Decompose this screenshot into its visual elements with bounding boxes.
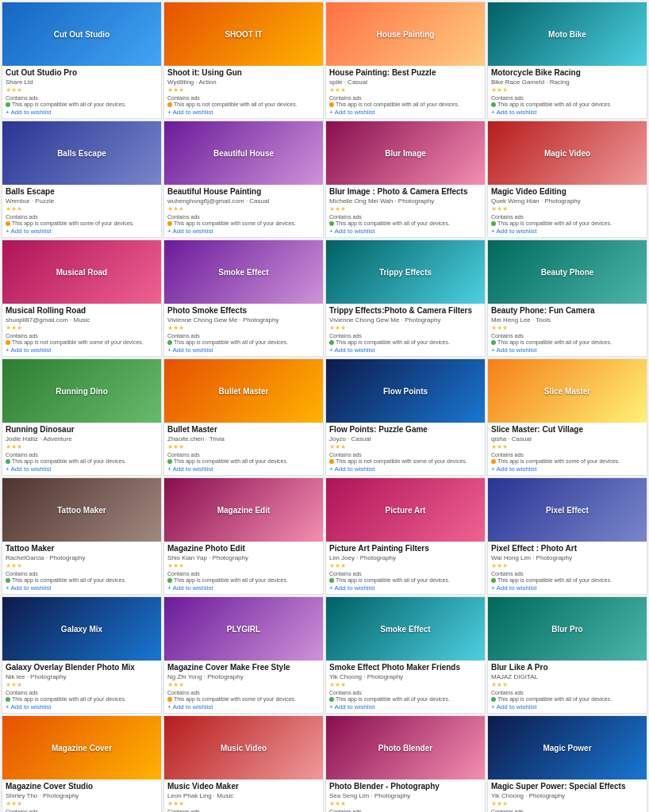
app-thumbnail[interactable]: Beautiful House bbox=[164, 121, 323, 185]
app-info: Musical Rolling Roadshuopll87@gmail.com … bbox=[2, 304, 161, 356]
app-card: Running DinoRunning DinosaurJodie Halliz… bbox=[2, 358, 162, 476]
app-thumbnail[interactable]: Magazine Cover bbox=[2, 716, 161, 779]
compat-dot bbox=[491, 697, 496, 702]
app-developer: Jodie Halliz · Adventure bbox=[6, 435, 158, 442]
contains-ads-badge: Contains ads bbox=[329, 690, 482, 695]
add-wishlist-button[interactable]: + Add to wishlist bbox=[329, 347, 482, 354]
app-card: SHOOT ITShoot it: Using GunWyd8ting · Ac… bbox=[163, 2, 324, 119]
add-wishlist-button[interactable]: + Add to wishlist bbox=[491, 465, 643, 473]
app-info: Trippy Effects:Photo & Camera FiltersViv… bbox=[326, 304, 485, 356]
contains-ads-badge: Contains ads bbox=[491, 809, 643, 812]
app-thumbnail[interactable]: Musical Road bbox=[2, 240, 161, 304]
rating-row: ★★★ bbox=[491, 443, 643, 450]
app-card: Balls EscapeBalls EscapeWrenbur · Puzzle… bbox=[2, 121, 162, 238]
app-title: Balls Escape bbox=[6, 187, 158, 197]
app-thumbnail[interactable]: Trippy Effects bbox=[326, 240, 485, 304]
star-icon: ★★★ bbox=[167, 800, 184, 807]
app-grid: Cut Out StudioCut Out Studio ProShare Lt… bbox=[0, 0, 649, 812]
app-card: Blur ProBlur Like A ProMAJAZ DIGITAL★★★C… bbox=[487, 596, 647, 714]
compatibility-text: This app is compatible with some of your… bbox=[167, 696, 320, 702]
app-developer: Joyzo · Casual bbox=[329, 435, 482, 442]
app-thumbnail[interactable]: Smoke Effect bbox=[326, 597, 485, 661]
app-thumbnail[interactable]: Magazine Edit bbox=[164, 478, 323, 542]
app-info: Blur Image : Photo & Camera EffectsMiche… bbox=[326, 185, 485, 237]
rating-row: ★★★ bbox=[167, 562, 320, 569]
contains-ads-badge: Contains ads bbox=[329, 214, 482, 220]
app-thumbnail[interactable]: Music Video bbox=[164, 716, 323, 779]
add-wishlist-button[interactable]: + Add to wishlist bbox=[6, 347, 158, 354]
app-developer: Share Ltd bbox=[6, 79, 158, 86]
app-thumbnail[interactable]: Moto Bike bbox=[488, 2, 647, 66]
add-wishlist-button[interactable]: + Add to wishlist bbox=[329, 584, 482, 592]
compatibility-text: This app is not compatible with some of … bbox=[329, 458, 482, 464]
app-info: Music Video MakerLeon Phak Ling · Music★… bbox=[164, 779, 323, 812]
compat-description: This app is compatible with all of your … bbox=[174, 577, 288, 583]
add-wishlist-button[interactable]: + Add to wishlist bbox=[167, 228, 320, 235]
add-wishlist-button[interactable]: + Add to wishlist bbox=[167, 347, 320, 354]
add-wishlist-button[interactable]: + Add to wishlist bbox=[329, 228, 482, 235]
app-info: Magic Video EditingQuek Weng Hian · Phot… bbox=[488, 185, 647, 237]
star-icon: ★★★ bbox=[491, 562, 508, 569]
compat-dot bbox=[491, 340, 496, 345]
app-thumbnail[interactable]: House Painting bbox=[326, 2, 485, 66]
add-wishlist-button[interactable]: + Add to wishlist bbox=[491, 584, 643, 592]
app-thumbnail[interactable]: Magic Power bbox=[488, 716, 647, 779]
app-thumbnail[interactable]: Bullet Master bbox=[164, 359, 323, 423]
app-thumbnail[interactable]: PLYGIRL bbox=[164, 597, 323, 661]
app-thumbnail[interactable]: Slice Master bbox=[488, 359, 647, 423]
contains-ads-badge: Contains ads bbox=[167, 571, 320, 576]
app-developer: Bike Race GameId · Racing bbox=[491, 79, 643, 86]
compat-description: This app is not compatible with some of … bbox=[12, 339, 144, 345]
app-card: Magazine CoverMagazine Cover StudioShirl… bbox=[2, 715, 162, 812]
app-info: Magazine Cover StudioShirley Tho · Photo… bbox=[2, 779, 161, 812]
add-wishlist-button[interactable]: + Add to wishlist bbox=[6, 703, 158, 710]
app-card: Photo BlenderPhoto Blender - Photography… bbox=[325, 715, 486, 812]
app-thumbnail[interactable]: Running Dino bbox=[2, 359, 161, 423]
app-thumbnail[interactable]: Smoke Effect bbox=[164, 240, 323, 304]
app-thumbnail[interactable]: SHOOT IT bbox=[164, 2, 323, 66]
compat-description: This app is not compatible with all of y… bbox=[174, 102, 298, 107]
star-icon: ★★★ bbox=[491, 800, 508, 807]
app-thumbnail[interactable]: Flow Points bbox=[326, 359, 485, 423]
app-thumbnail[interactable]: Pixel Effect bbox=[488, 478, 647, 542]
app-thumbnail[interactable]: Tattoo Maker bbox=[2, 478, 161, 542]
compatibility-text: This app is compatible with all of your … bbox=[329, 220, 482, 226]
add-wishlist-button[interactable]: + Add to wishlist bbox=[329, 703, 482, 710]
app-title: Galaxy Overlay Blender Photo Mix bbox=[6, 663, 158, 672]
add-wishlist-button[interactable]: + Add to wishlist bbox=[491, 109, 643, 116]
app-thumbnail[interactable]: Blur Image bbox=[326, 121, 485, 185]
contains-ads-badge: Contains ads bbox=[491, 452, 643, 458]
add-wishlist-button[interactable]: + Add to wishlist bbox=[167, 703, 320, 710]
app-thumbnail[interactable]: Galaxy Mix bbox=[2, 597, 161, 661]
app-title: Shoot it: Using Gun bbox=[167, 68, 320, 78]
compat-dot bbox=[491, 102, 496, 107]
add-wishlist-button[interactable]: + Add to wishlist bbox=[491, 228, 643, 235]
add-wishlist-button[interactable]: + Add to wishlist bbox=[167, 465, 320, 473]
app-thumbnail[interactable]: Cut Out Studio bbox=[2, 2, 161, 66]
add-wishlist-button[interactable]: + Add to wishlist bbox=[6, 228, 158, 235]
app-info: Magazine Photo EditShio Kian Yap · Photo… bbox=[164, 542, 323, 594]
compat-dot bbox=[329, 221, 334, 226]
app-thumbnail[interactable]: Blur Pro bbox=[488, 597, 647, 661]
add-wishlist-button[interactable]: + Add to wishlist bbox=[6, 109, 158, 116]
app-thumbnail[interactable]: Magic Video bbox=[488, 121, 647, 185]
add-wishlist-button[interactable]: + Add to wishlist bbox=[329, 109, 482, 116]
app-developer: Wai Hong Lim · Photography bbox=[491, 554, 643, 561]
app-thumbnail[interactable]: Photo Blender bbox=[326, 716, 485, 779]
add-wishlist-button[interactable]: + Add to wishlist bbox=[167, 584, 320, 592]
add-wishlist-button[interactable]: + Add to wishlist bbox=[167, 109, 320, 116]
compatibility-text: This app is compatible with all of your … bbox=[491, 220, 643, 226]
app-developer: qisha · Casual bbox=[491, 435, 643, 442]
add-wishlist-button[interactable]: + Add to wishlist bbox=[329, 465, 482, 473]
compat-dot bbox=[167, 578, 172, 583]
compat-dot bbox=[491, 578, 496, 583]
app-thumbnail[interactable]: Picture Art bbox=[326, 478, 485, 542]
add-wishlist-button[interactable]: + Add to wishlist bbox=[491, 347, 643, 354]
add-wishlist-button[interactable]: + Add to wishlist bbox=[491, 703, 643, 710]
app-thumbnail[interactable]: Balls Escape bbox=[2, 121, 161, 185]
add-wishlist-button[interactable]: + Add to wishlist bbox=[6, 584, 158, 592]
compat-description: This app is compatible with all of your … bbox=[12, 102, 126, 107]
app-thumbnail[interactable]: Beauty Phone bbox=[488, 240, 647, 304]
app-card: Picture ArtPicture Art Painting FiltersL… bbox=[325, 477, 486, 595]
add-wishlist-button[interactable]: + Add to wishlist bbox=[6, 465, 158, 473]
